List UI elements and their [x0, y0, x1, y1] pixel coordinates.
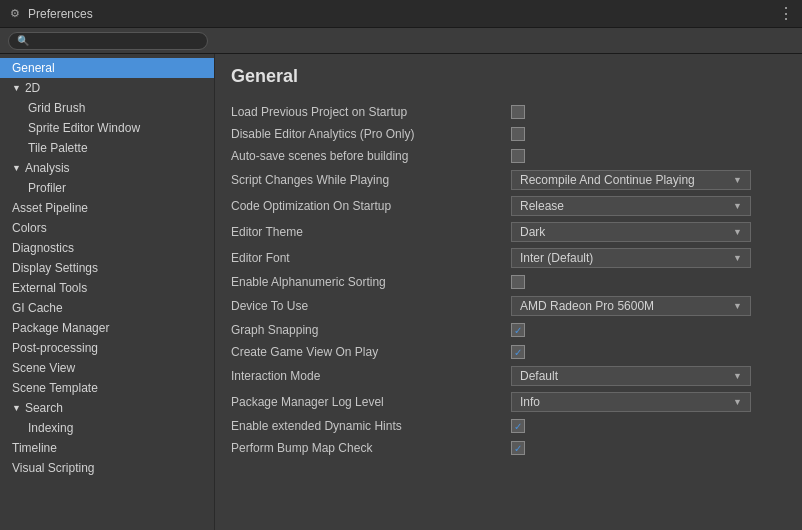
chevron-down-icon: ▼ — [733, 201, 742, 211]
settings-label-bump-map-check: Perform Bump Map Check — [231, 441, 511, 455]
checkbox-disable-analytics[interactable] — [511, 127, 525, 141]
menu-icon[interactable]: ⋮ — [778, 4, 794, 23]
settings-label-interaction-mode: Interaction Mode — [231, 369, 511, 383]
settings-label-editor-font: Editor Font — [231, 251, 511, 265]
checkbox-auto-save-scenes[interactable] — [511, 149, 525, 163]
settings-control-editor-font: Inter (Default)▼ — [511, 248, 786, 268]
settings-control-package-manager-log: Info▼ — [511, 392, 786, 412]
chevron-down-icon: ▼ — [733, 175, 742, 185]
settings-row-code-optimization: Code Optimization On StartupRelease▼ — [231, 193, 786, 219]
sidebar-item-sprite-editor-window[interactable]: Sprite Editor Window — [0, 118, 214, 138]
sidebar-item-label: Scene View — [12, 361, 75, 375]
sidebar-item-visual-scripting[interactable]: Visual Scripting — [0, 458, 214, 478]
sidebar-item-colors[interactable]: Colors — [0, 218, 214, 238]
dropdown-value-code-optimization: Release — [520, 199, 564, 213]
sidebar-item-general[interactable]: General — [0, 58, 214, 78]
sidebar-item-external-tools[interactable]: External Tools — [0, 278, 214, 298]
dropdown-value-editor-font: Inter (Default) — [520, 251, 593, 265]
dropdown-interaction-mode[interactable]: Default▼ — [511, 366, 751, 386]
sidebar-item-label: Indexing — [28, 421, 73, 435]
sidebar-item-label: External Tools — [12, 281, 87, 295]
sidebar-item-tile-palette[interactable]: Tile Palette — [0, 138, 214, 158]
checkbox-bump-map-check[interactable]: ✓ — [511, 441, 525, 455]
sidebar-item-label: Analysis — [25, 161, 70, 175]
sidebar-item-scene-view[interactable]: Scene View — [0, 358, 214, 378]
search-input[interactable] — [33, 35, 199, 47]
settings-row-package-manager-log: Package Manager Log LevelInfo▼ — [231, 389, 786, 415]
settings-row-script-changes: Script Changes While PlayingRecompile An… — [231, 167, 786, 193]
settings-control-script-changes: Recompile And Continue Playing▼ — [511, 170, 786, 190]
sidebar-item-label: 2D — [25, 81, 40, 95]
dropdown-value-package-manager-log: Info — [520, 395, 540, 409]
sidebar-item-display-settings[interactable]: Display Settings — [0, 258, 214, 278]
dropdown-editor-theme[interactable]: Dark▼ — [511, 222, 751, 242]
sidebar-item-post-processing[interactable]: Post-processing — [0, 338, 214, 358]
sidebar-item-label: Tile Palette — [28, 141, 88, 155]
dropdown-code-optimization[interactable]: Release▼ — [511, 196, 751, 216]
dropdown-value-editor-theme: Dark — [520, 225, 545, 239]
sidebar-item-2d[interactable]: ▼2D — [0, 78, 214, 98]
settings-row-disable-analytics: Disable Editor Analytics (Pro Only) — [231, 123, 786, 145]
sidebar-item-label: Scene Template — [12, 381, 98, 395]
sidebar-item-label: Diagnostics — [12, 241, 74, 255]
settings-control-bump-map-check: ✓ — [511, 441, 786, 455]
sidebar-item-search[interactable]: ▼Search — [0, 398, 214, 418]
sidebar-item-gi-cache[interactable]: GI Cache — [0, 298, 214, 318]
settings-row-editor-theme: Editor ThemeDark▼ — [231, 219, 786, 245]
sidebar-item-label: Profiler — [28, 181, 66, 195]
dropdown-package-manager-log[interactable]: Info▼ — [511, 392, 751, 412]
settings-control-interaction-mode: Default▼ — [511, 366, 786, 386]
dropdown-value-device-to-use: AMD Radeon Pro 5600M — [520, 299, 654, 313]
sidebar-item-label: Post-processing — [12, 341, 98, 355]
checkbox-graph-snapping[interactable]: ✓ — [511, 323, 525, 337]
settings-control-editor-theme: Dark▼ — [511, 222, 786, 242]
chevron-down-icon: ▼ — [733, 253, 742, 263]
triangle-icon: ▼ — [12, 403, 21, 413]
settings-control-alphanumeric-sorting — [511, 275, 786, 289]
sidebar-item-grid-brush[interactable]: Grid Brush — [0, 98, 214, 118]
window-title: Preferences — [28, 7, 778, 21]
dropdown-device-to-use[interactable]: AMD Radeon Pro 5600M▼ — [511, 296, 751, 316]
settings-label-alphanumeric-sorting: Enable Alphanumeric Sorting — [231, 275, 511, 289]
chevron-down-icon: ▼ — [733, 301, 742, 311]
sidebar-item-label: GI Cache — [12, 301, 63, 315]
sidebar-item-label: Visual Scripting — [12, 461, 95, 475]
settings-control-device-to-use: AMD Radeon Pro 5600M▼ — [511, 296, 786, 316]
search-icon: 🔍 — [17, 35, 29, 46]
checkbox-create-game-view[interactable]: ✓ — [511, 345, 525, 359]
sidebar-item-label: Search — [25, 401, 63, 415]
sidebar-item-label: Timeline — [12, 441, 57, 455]
settings-list: Load Previous Project on StartupDisable … — [231, 101, 786, 459]
checkbox-load-prev-project[interactable] — [511, 105, 525, 119]
settings-label-create-game-view: Create Game View On Play — [231, 345, 511, 359]
settings-row-graph-snapping: Graph Snapping✓ — [231, 319, 786, 341]
sidebar-item-asset-pipeline[interactable]: Asset Pipeline — [0, 198, 214, 218]
settings-label-disable-analytics: Disable Editor Analytics (Pro Only) — [231, 127, 511, 141]
settings-control-dynamic-hints: ✓ — [511, 419, 786, 433]
sidebar-item-diagnostics[interactable]: Diagnostics — [0, 238, 214, 258]
triangle-icon: ▼ — [12, 83, 21, 93]
settings-row-editor-font: Editor FontInter (Default)▼ — [231, 245, 786, 271]
settings-control-disable-analytics — [511, 127, 786, 141]
dropdown-script-changes[interactable]: Recompile And Continue Playing▼ — [511, 170, 751, 190]
sidebar-item-label: Grid Brush — [28, 101, 85, 115]
checkbox-dynamic-hints[interactable]: ✓ — [511, 419, 525, 433]
sidebar-item-package-manager[interactable]: Package Manager — [0, 318, 214, 338]
settings-control-create-game-view: ✓ — [511, 345, 786, 359]
settings-row-load-prev-project: Load Previous Project on Startup — [231, 101, 786, 123]
checkbox-alphanumeric-sorting[interactable] — [511, 275, 525, 289]
triangle-icon: ▼ — [12, 163, 21, 173]
sidebar-item-indexing[interactable]: Indexing — [0, 418, 214, 438]
sidebar-item-scene-template[interactable]: Scene Template — [0, 378, 214, 398]
sidebar-item-timeline[interactable]: Timeline — [0, 438, 214, 458]
sidebar-item-analysis[interactable]: ▼Analysis — [0, 158, 214, 178]
search-input-wrapper[interactable]: 🔍 — [8, 32, 208, 50]
dropdown-editor-font[interactable]: Inter (Default)▼ — [511, 248, 751, 268]
content-title: General — [231, 66, 786, 87]
chevron-down-icon: ▼ — [733, 397, 742, 407]
settings-label-graph-snapping: Graph Snapping — [231, 323, 511, 337]
sidebar-item-profiler[interactable]: Profiler — [0, 178, 214, 198]
settings-row-alphanumeric-sorting: Enable Alphanumeric Sorting — [231, 271, 786, 293]
sidebar-item-label: Colors — [12, 221, 47, 235]
chevron-down-icon: ▼ — [733, 227, 742, 237]
